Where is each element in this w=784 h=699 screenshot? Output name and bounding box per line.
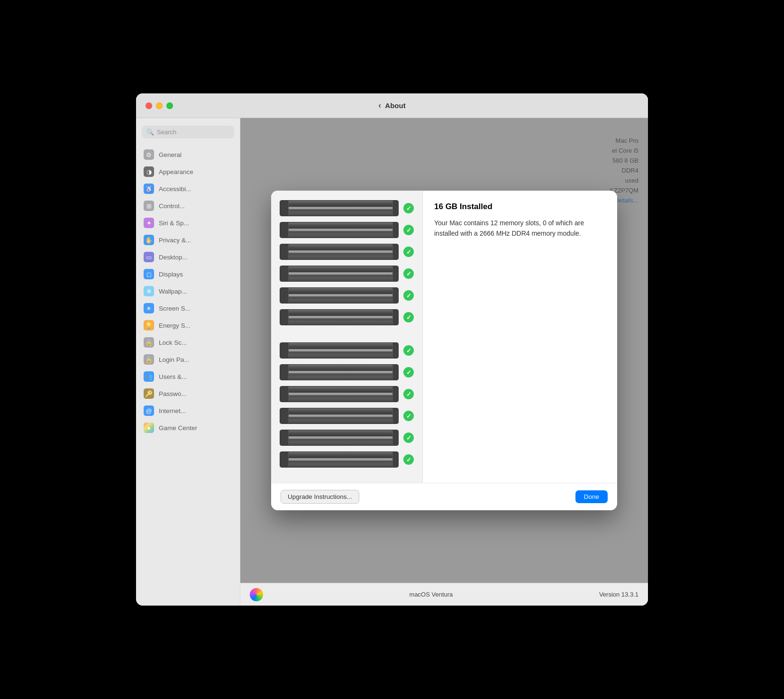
sidebar-item-internet[interactable]: @ Internet...	[136, 402, 240, 419]
sidebar-item-appearance[interactable]: ◑ Appearance	[136, 163, 240, 180]
check-icon-11: ✓	[403, 432, 414, 443]
close-button[interactable]	[146, 102, 152, 109]
check-icon-12: ✓	[403, 454, 414, 465]
check-icon-10: ✓	[403, 411, 414, 421]
modal-body: ✓	[271, 191, 617, 483]
module-notch-left-4	[280, 266, 289, 281]
siri-icon: ✦	[144, 218, 154, 228]
module-body-10	[289, 408, 392, 423]
sidebar-item-screen[interactable]: ☀ Screen S...	[136, 300, 240, 317]
energy-icon: 💡	[144, 320, 154, 331]
module-stripe-8	[289, 371, 392, 374]
check-icon-1: ✓	[403, 203, 414, 213]
module-stripe-6	[289, 316, 392, 319]
sidebar-label-login: Login Pa...	[159, 356, 190, 363]
sidebar-item-users[interactable]: 👥 Users &...	[136, 368, 240, 385]
memory-slots-panel: ✓	[271, 191, 423, 483]
sidebar-label-screen: Screen S...	[159, 305, 191, 312]
wallpaper-icon: ❄	[144, 286, 154, 296]
internet-icon: @	[144, 405, 154, 416]
module-notch-left-11	[280, 430, 289, 445]
modal-footer: Upgrade Instructions... Done	[271, 483, 617, 510]
sidebar-item-login[interactable]: 🔒 Login Pa...	[136, 351, 240, 368]
maximize-button[interactable]	[166, 102, 173, 109]
sidebar-label-desktop: Desktop...	[159, 254, 188, 261]
minimize-button[interactable]	[156, 102, 163, 109]
done-button[interactable]: Done	[575, 490, 608, 503]
sidebar-item-siri[interactable]: ✦ Siri & Sp...	[136, 214, 240, 231]
module-stripe-7	[289, 349, 392, 352]
info-panel: 16 GB Installed Your Mac contains 12 mem…	[423, 191, 617, 483]
module-notch-left-6	[280, 310, 289, 325]
upgrade-instructions-button[interactable]: Upgrade Instructions...	[281, 490, 359, 504]
memory-slot-row-8: ✓	[280, 364, 414, 380]
sidebar-item-wallpaper[interactable]: ❄ Wallpap...	[136, 283, 240, 300]
memory-slot-row-7: ✓	[280, 342, 414, 359]
passwords-icon: 🔑	[144, 388, 154, 399]
check-icon-6: ✓	[403, 312, 414, 322]
module-body-6	[289, 310, 392, 325]
bottom-bar: macOS Ventura Version 13.3.1	[240, 583, 648, 606]
memory-slot-group-1: ✓	[280, 200, 414, 331]
desktop-icon: ▭	[144, 252, 154, 262]
memory-description: Your Mac contains 12 memory slots, 0 of …	[434, 218, 606, 239]
memory-module-5	[280, 287, 399, 304]
module-notch-left-1	[280, 201, 289, 216]
module-notch-right-8	[392, 365, 398, 380]
search-icon: 🔍	[146, 129, 154, 136]
traffic-lights	[146, 102, 173, 109]
sidebar-label-siri: Siri & Sp...	[159, 220, 189, 227]
displays-icon: ◻	[144, 269, 154, 279]
privacy-icon: ✋	[144, 235, 154, 245]
memory-title: 16 GB Installed	[434, 202, 606, 212]
module-stripe-2	[289, 229, 392, 231]
sidebar-item-general[interactable]: ⚙ General	[136, 146, 240, 163]
module-stripe-10	[289, 414, 392, 417]
sidebar-item-control[interactable]: ⊞ Control...	[136, 197, 240, 214]
module-notch-right-11	[392, 430, 398, 445]
memory-slot-row-11: ✓	[280, 430, 414, 446]
module-stripe-11	[289, 436, 392, 439]
sidebar-label-passwords: Passwo...	[159, 390, 187, 397]
sidebar-item-displays[interactable]: ◻ Displays	[136, 266, 240, 283]
sidebar-label-appearance: Appearance	[159, 168, 193, 175]
module-notch-left-12	[280, 452, 289, 467]
module-notch-left-10	[280, 408, 289, 423]
search-bar[interactable]: 🔍 Search	[142, 126, 234, 138]
module-body-3	[289, 244, 392, 259]
memory-module-3	[280, 244, 399, 260]
check-icon-3: ✓	[403, 247, 414, 257]
mac-window: ‹ About 🔍 Search ⚙ General ◑ Appearance …	[136, 93, 648, 606]
module-body-4	[289, 266, 392, 281]
sidebar-item-lock[interactable]: 🔒 Lock Sc...	[136, 334, 240, 351]
sidebar-label-energy: Energy S...	[159, 322, 191, 329]
sidebar-item-energy[interactable]: 💡 Energy S...	[136, 317, 240, 334]
appearance-icon: ◑	[144, 166, 154, 177]
os-version-label: Version 13.3.1	[599, 591, 638, 598]
back-arrow-icon[interactable]: ‹	[378, 101, 381, 110]
memory-slot-row-6: ✓	[280, 309, 414, 325]
sidebar-item-accessibility[interactable]: ♿ Accessibi...	[136, 180, 240, 197]
check-icon-2: ✓	[403, 225, 414, 235]
module-notch-left-3	[280, 244, 289, 259]
module-body-12	[289, 452, 392, 467]
module-notch-right-4	[392, 266, 398, 281]
sidebar-label-displays: Displays	[159, 271, 183, 278]
module-notch-right-10	[392, 408, 398, 423]
sidebar-item-desktop[interactable]: ▭ Desktop...	[136, 248, 240, 266]
module-body-1	[289, 201, 392, 216]
about-content: Mac Pro el Core i5 580 8 GB DDR4 used KZ…	[240, 118, 648, 583]
module-body-9	[289, 386, 392, 402]
module-stripe-9	[289, 393, 392, 395]
module-notch-left-9	[280, 386, 289, 402]
module-notch-left-2	[280, 222, 289, 238]
sidebar-item-privacy[interactable]: ✋ Privacy &...	[136, 231, 240, 248]
game-center-icon: ●	[144, 423, 154, 433]
control-icon: ⊞	[144, 201, 154, 211]
accessibility-icon: ♿	[144, 184, 154, 194]
sidebar-item-game-center[interactable]: ● Game Center	[136, 419, 240, 436]
memory-module-11	[280, 430, 399, 446]
sidebar-label-privacy: Privacy &...	[159, 237, 191, 244]
sidebar-item-passwords[interactable]: 🔑 Passwo...	[136, 385, 240, 402]
check-icon-5: ✓	[403, 290, 414, 301]
